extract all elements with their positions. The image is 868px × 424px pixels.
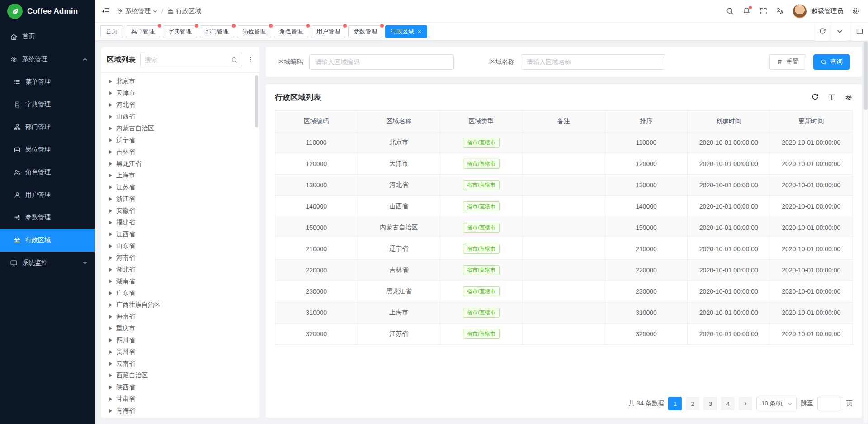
tree-item[interactable]: 湖北省 bbox=[101, 264, 259, 276]
panel-layout-icon[interactable] bbox=[851, 23, 868, 41]
tab[interactable]: 字典管理 bbox=[163, 25, 197, 38]
reset-button[interactable]: 重置 bbox=[769, 54, 806, 70]
caret-right-icon[interactable] bbox=[109, 150, 112, 154]
sidebar-group-system[interactable]: 系统管理 bbox=[0, 48, 95, 71]
sidebar-item-param-mgmt[interactable]: 参数管理 bbox=[0, 206, 95, 229]
tree-item[interactable]: 山西省 bbox=[101, 111, 259, 123]
caret-right-icon[interactable] bbox=[109, 233, 112, 236]
caret-right-icon[interactable] bbox=[109, 327, 112, 330]
tree-item[interactable]: 辽宁省 bbox=[101, 134, 259, 146]
caret-right-icon[interactable] bbox=[109, 374, 112, 377]
more-options-icon[interactable] bbox=[247, 56, 254, 63]
tree-item[interactable]: 河北省 bbox=[101, 99, 259, 111]
caret-right-icon[interactable] bbox=[109, 221, 112, 224]
sidebar-item-role-mgmt[interactable]: 角色管理 bbox=[0, 161, 95, 184]
filter-name-input[interactable] bbox=[521, 54, 665, 70]
tree-item[interactable]: 浙江省 bbox=[101, 193, 259, 205]
density-icon[interactable] bbox=[828, 93, 836, 101]
table-row[interactable]: 210000 辽宁省 省市/直辖市 210000 2020-10-01 00:0… bbox=[275, 238, 853, 260]
caret-right-icon[interactable] bbox=[109, 209, 112, 213]
tree-item[interactable]: 甘肃省 bbox=[101, 393, 259, 405]
search-icon[interactable] bbox=[231, 57, 238, 63]
caret-right-icon[interactable] bbox=[109, 162, 112, 166]
caret-right-icon[interactable] bbox=[109, 303, 112, 307]
table-row[interactable]: 150000 内蒙古自治区 省市/直辖市 150000 2020-10-01 0… bbox=[275, 217, 853, 238]
tree-item[interactable]: 天津市 bbox=[101, 87, 259, 99]
sidebar-group-monitor[interactable]: 系统监控 bbox=[0, 252, 95, 274]
region-search-input[interactable] bbox=[145, 56, 231, 63]
caret-right-icon[interactable] bbox=[109, 338, 112, 342]
caret-right-icon[interactable] bbox=[109, 174, 112, 177]
caret-right-icon[interactable] bbox=[109, 244, 112, 248]
caret-right-icon[interactable] bbox=[109, 127, 112, 130]
page-scrollbar-thumb[interactable] bbox=[864, 42, 868, 110]
jump-page-input[interactable] bbox=[817, 397, 842, 410]
caret-right-icon[interactable] bbox=[109, 315, 112, 319]
tree-item[interactable]: 上海市 bbox=[101, 170, 259, 181]
tab[interactable]: 菜单管理 bbox=[126, 25, 160, 38]
column-settings-gear-icon[interactable] bbox=[844, 93, 853, 101]
caret-right-icon[interactable] bbox=[109, 186, 112, 189]
tree-item[interactable]: 江西省 bbox=[101, 229, 259, 240]
tree-item[interactable]: 云南省 bbox=[101, 358, 259, 370]
caret-right-icon[interactable] bbox=[109, 256, 112, 260]
sidebar-item-user-mgmt[interactable]: 用户管理 bbox=[0, 184, 95, 206]
logo[interactable]: Coffee Admin bbox=[0, 0, 95, 23]
caret-right-icon[interactable] bbox=[109, 115, 112, 119]
caret-right-icon[interactable] bbox=[109, 350, 112, 354]
tree-item[interactable]: 内蒙古自治区 bbox=[101, 123, 259, 134]
tree-item[interactable]: 北京市 bbox=[101, 76, 259, 87]
table-row[interactable]: 220000 吉林省 省市/直辖市 220000 2020-10-01 00:0… bbox=[275, 260, 853, 281]
sidebar-item-post-mgmt[interactable]: 岗位管理 bbox=[0, 138, 95, 161]
tab[interactable]: 用户管理 bbox=[311, 25, 345, 38]
tab-close-icon[interactable] bbox=[417, 29, 422, 34]
tree-item[interactable]: 福建省 bbox=[101, 217, 259, 229]
fullscreen-icon[interactable] bbox=[759, 7, 768, 15]
search-icon[interactable] bbox=[726, 7, 734, 15]
sidebar-item-dept-mgmt[interactable]: 部门管理 bbox=[0, 116, 95, 138]
tab[interactable]: 岗位管理 bbox=[237, 25, 271, 38]
refresh-icon[interactable] bbox=[811, 93, 819, 101]
page-button[interactable]: 4 bbox=[721, 397, 735, 410]
caret-right-icon[interactable] bbox=[109, 80, 112, 83]
bell-icon[interactable] bbox=[742, 7, 751, 15]
username[interactable]: 超级管理员 bbox=[811, 7, 843, 15]
tree-item[interactable]: 江苏省 bbox=[101, 181, 259, 193]
caret-right-icon[interactable] bbox=[109, 138, 112, 142]
caret-right-icon[interactable] bbox=[109, 280, 112, 283]
tree-item[interactable]: 广西壮族自治区 bbox=[101, 299, 259, 311]
table-row[interactable]: 310000 上海市 省市/直辖市 310000 2020-10-01 00:0… bbox=[275, 302, 853, 324]
caret-right-icon[interactable] bbox=[109, 291, 112, 295]
table-row[interactable]: 230000 黑龙江省 省市/直辖市 230000 2020-10-01 00:… bbox=[275, 281, 853, 302]
region-panel-scrollbar-thumb[interactable] bbox=[255, 75, 258, 127]
tree-item[interactable]: 安徽省 bbox=[101, 205, 259, 217]
next-page-button[interactable] bbox=[739, 397, 752, 410]
hamburger-collapse-icon[interactable] bbox=[101, 7, 110, 16]
caret-right-icon[interactable] bbox=[109, 362, 112, 366]
tree-item[interactable]: 黑龙江省 bbox=[101, 158, 259, 170]
tree-item[interactable]: 重庆市 bbox=[101, 323, 259, 334]
tab-actions-chevron-icon[interactable] bbox=[831, 23, 848, 41]
caret-right-icon[interactable] bbox=[109, 197, 112, 201]
table-row[interactable]: 130000 河北省 省市/直辖市 130000 2020-10-01 00:0… bbox=[275, 175, 853, 196]
tree-item[interactable]: 河南省 bbox=[101, 252, 259, 264]
caret-right-icon[interactable] bbox=[109, 91, 112, 95]
tree-item[interactable]: 陕西省 bbox=[101, 381, 259, 393]
table-row[interactable]: 120000 天津市 省市/直辖市 120000 2020-10-01 00:0… bbox=[275, 153, 853, 175]
tree-item[interactable]: 广东省 bbox=[101, 287, 259, 299]
page-button[interactable]: 2 bbox=[686, 397, 699, 410]
tree-item[interactable]: 海南省 bbox=[101, 311, 259, 323]
table-row[interactable]: 110000 北京市 省市/直辖市 110000 2020-10-01 00:0… bbox=[275, 132, 853, 153]
tab[interactable]: 行政区域 bbox=[385, 25, 427, 38]
table-row[interactable]: 320000 江苏省 省市/直辖市 320000 2020-10-01 00:0… bbox=[275, 324, 853, 345]
page-scrollbar[interactable] bbox=[864, 42, 868, 423]
page-button[interactable]: 3 bbox=[703, 397, 717, 410]
table-row[interactable]: 140000 山西省 省市/直辖市 140000 2020-10-01 00:0… bbox=[275, 196, 853, 217]
breadcrumb-system[interactable]: 系统管理 bbox=[117, 7, 157, 15]
caret-right-icon[interactable] bbox=[109, 397, 112, 401]
caret-right-icon[interactable] bbox=[109, 409, 112, 413]
caret-right-icon[interactable] bbox=[109, 268, 112, 272]
sidebar-item-region[interactable]: 行政区域 bbox=[0, 229, 95, 252]
query-button[interactable]: 查询 bbox=[813, 54, 850, 70]
tree-item[interactable]: 湖南省 bbox=[101, 276, 259, 287]
